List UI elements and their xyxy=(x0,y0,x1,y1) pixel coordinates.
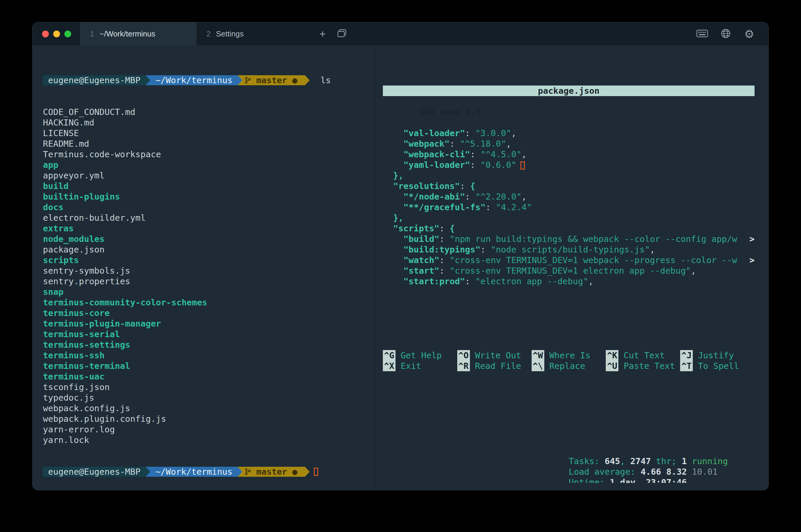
code-token: "*/node-abi" xyxy=(404,192,465,202)
prompt-line-1: eugene@Eugenes-MBP ~/Work/terminus maste… xyxy=(43,75,375,86)
tab-settings[interactable]: 2 Settings xyxy=(197,22,313,45)
stats-token: 2747 xyxy=(631,456,651,466)
file-entry: terminus-terminal xyxy=(43,361,375,371)
file-entry: scripts xyxy=(43,255,375,265)
plus-icon: + xyxy=(319,28,325,40)
git-branch-name: master xyxy=(251,467,292,477)
split-view-button[interactable] xyxy=(332,22,352,45)
powerline-arrow-icon xyxy=(146,75,150,85)
shortcut-key: ^X xyxy=(383,361,395,371)
nano-shortcut: ^T To Spell xyxy=(680,361,755,371)
keyboard-toggle-button[interactable] xyxy=(695,30,710,38)
code-token: : xyxy=(439,223,450,233)
nano-line: "build:typings": "node scripts/build-typ… xyxy=(383,244,755,255)
tab-title: ~/Work/terminus xyxy=(99,30,155,38)
close-button[interactable] xyxy=(42,31,49,37)
globe-icon xyxy=(721,28,731,40)
nano-line: "start:prod": "electron app --debug", xyxy=(383,276,755,287)
file-entry: sentry.properties xyxy=(43,276,375,287)
new-tab-button[interactable]: + xyxy=(313,22,332,45)
file-entry: HACKING.md xyxy=(43,117,375,128)
file-entry: snap xyxy=(43,287,375,297)
code-token: "build:typings" xyxy=(404,245,481,254)
nano-shortcut: ^U Paste Text xyxy=(606,361,680,371)
code-token: : xyxy=(439,255,450,265)
spacer xyxy=(383,318,755,329)
code-token: : xyxy=(465,276,475,286)
shortcut-label: Read File xyxy=(470,361,521,371)
file-entry: package.json xyxy=(43,244,375,255)
code-token: "val-loader" xyxy=(404,128,465,138)
file-entry: webpack.plugin.config.js xyxy=(43,414,375,424)
code-token: , xyxy=(650,245,655,254)
shortcut-key: ^K xyxy=(606,350,618,361)
nano-shortcut: ^G Get Help xyxy=(383,350,457,361)
shortcut-label: Justify xyxy=(693,350,734,361)
shortcut-key: ^\ xyxy=(532,361,544,371)
code-token: "0.6.0" xyxy=(481,160,516,170)
code-token xyxy=(383,202,404,212)
code-token: { xyxy=(450,223,454,233)
file-entry: terminus-core xyxy=(43,308,375,318)
shortcut-key: ^W xyxy=(532,350,544,361)
powerline-arrow-icon xyxy=(305,75,310,85)
nano-shortcuts: ^G Get Help^O Write Out^W Where Is^K Cut… xyxy=(383,350,755,371)
file-entry: terminus-serial xyxy=(43,329,375,340)
nano-line: "yaml-loader": "0.6.0" xyxy=(383,159,755,170)
nano-line: "**/graceful-fs": "4.2.4" xyxy=(383,202,755,212)
code-token: "webpack-cli" xyxy=(404,149,470,159)
tab-work-terminus[interactable]: 1 ~/Work/terminus xyxy=(80,22,197,45)
web-button[interactable] xyxy=(719,28,733,40)
powerline-arrow-icon xyxy=(146,467,150,477)
shortcut-key: ^R xyxy=(457,361,470,371)
shortcut-label: Exit xyxy=(395,361,421,371)
prompt-cwd: ~/Work/terminus xyxy=(150,467,238,477)
zoom-button[interactable] xyxy=(64,31,71,37)
file-entry: docs xyxy=(43,202,375,212)
prompt-user-host: eugene@Eugenes-MBP xyxy=(43,75,146,85)
tab-index: 2 xyxy=(206,30,210,38)
stats-token: 4.66 xyxy=(640,467,666,477)
code-token xyxy=(383,160,404,170)
nano-line: "watch": "cross-env TERMINUS_DEV=1 webpa… xyxy=(383,255,755,265)
file-entry: builtin-plugins xyxy=(43,191,375,202)
stats-line: Load average: 4.66 8.32 10.01 xyxy=(569,467,728,477)
code-token: "electron app --debug" xyxy=(475,276,588,286)
file-entry: appveyor.yml xyxy=(43,170,375,181)
shortcut-label: To Spell xyxy=(693,361,739,371)
terminus-window: 1 ~/Work/terminus 2 Settings + xyxy=(32,22,769,490)
line-continuation-marker: > xyxy=(749,234,755,244)
prompt-line-2: eugene@Eugenes-MBP ~/Work/terminus maste… xyxy=(43,467,375,477)
file-entry: terminus-ssh xyxy=(43,350,375,361)
nano-line: "start": "cross-env TERMINUS_DEV=1 elect… xyxy=(383,265,755,276)
settings-button[interactable]: ⚙ xyxy=(742,28,757,40)
terminal-pane-right[interactable]: package.json GNU nano 4.5 "val-loader": … xyxy=(383,54,755,483)
code-token: "^4.5.0" xyxy=(481,149,522,159)
terminal-pane-left[interactable]: eugene@Eugenes-MBP ~/Work/terminus maste… xyxy=(43,54,375,483)
code-token: , xyxy=(511,128,516,138)
nano-line: "scripts": { xyxy=(383,223,755,234)
prompt-git-segment: master ● xyxy=(242,75,305,85)
nano-header: package.json GNU nano 4.5 xyxy=(383,86,755,96)
file-list: CODE_OF_CONDUCT.mdHACKING.mdLICENSEREADM… xyxy=(43,107,375,445)
shortcut-key: ^T xyxy=(680,361,693,371)
nano-line: "webpack-cli": "^4.5.0", xyxy=(383,149,755,159)
git-branch-icon xyxy=(245,468,251,476)
stats-line: Tasks: 645, 2747 thr; 1 running xyxy=(569,456,728,467)
code-token: "start:prod" xyxy=(404,276,465,286)
nano-line: "*/node-abi": "^2.20.0", xyxy=(383,191,755,202)
minimize-button[interactable] xyxy=(53,31,60,37)
code-token: : xyxy=(439,234,450,244)
code-token: : xyxy=(470,149,481,159)
nano-line: "webpack": "^5.18.0", xyxy=(383,138,755,149)
code-token xyxy=(383,128,404,138)
code-token: : xyxy=(465,128,475,138)
stats-line: Uptime: 1 day, 23:07:46 xyxy=(569,477,728,483)
file-entry: terminus-community-color-schemes xyxy=(43,297,375,308)
nano-filename: package.json xyxy=(383,86,755,96)
spacer xyxy=(383,393,755,424)
stats-token: Load average: xyxy=(569,467,640,477)
code-token: "**/graceful-fs" xyxy=(404,202,485,212)
nano-shortcut: ^W Where Is xyxy=(532,350,606,361)
nano-line: }, xyxy=(383,170,755,181)
